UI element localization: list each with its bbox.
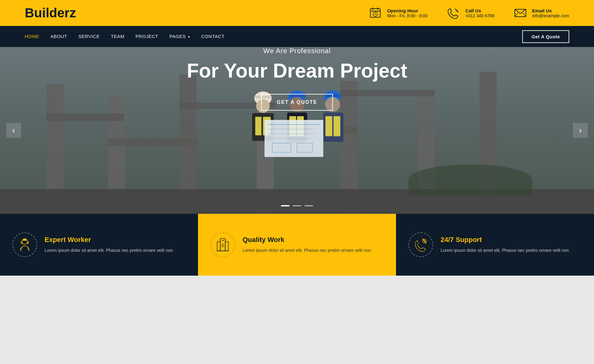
hero-cta-button[interactable]: GET A QUOTE bbox=[261, 94, 333, 111]
svg-rect-46 bbox=[222, 243, 224, 247]
email-us-text: Email Us info@example.com bbox=[532, 8, 569, 18]
svg-rect-37 bbox=[27, 242, 28, 243]
navbar: HOME ABOUT SERVICE TEAM PROJECT PAGES ▾ … bbox=[0, 26, 594, 47]
nav-get-quote-button[interactable]: Get A Quote bbox=[522, 30, 569, 43]
call-us-text: Call Us +012 345 6789 bbox=[465, 8, 494, 18]
svg-rect-43 bbox=[217, 242, 220, 251]
nav-link-service[interactable]: SERVICE bbox=[78, 34, 100, 39]
svg-rect-44 bbox=[225, 242, 228, 251]
nav-links: HOME ABOUT SERVICE TEAM PROJECT PAGES ▾ … bbox=[25, 34, 522, 39]
quality-work-icon-circle bbox=[210, 232, 235, 257]
support-text: 24/7 Support Lorem ipsum dolor sit amet … bbox=[441, 236, 569, 254]
svg-rect-27 bbox=[334, 116, 340, 136]
card-expert-worker: Expert Worker Lorem ipsum dolor sit amet… bbox=[0, 214, 198, 276]
hero-dot-1[interactable] bbox=[281, 205, 290, 206]
call-us-label: Call Us bbox=[465, 8, 494, 13]
hero-prev-button[interactable]: ‹ bbox=[6, 123, 21, 138]
bottom-cards: Expert Worker Lorem ipsum dolor sit amet… bbox=[0, 214, 594, 276]
top-bar: Builderz Opening Hour Mon - Fri, 8:00 - … bbox=[0, 0, 594, 26]
svg-rect-26 bbox=[325, 116, 332, 136]
quality-work-desc: Lorem ipsum dolor sit amet elit. Phasus … bbox=[243, 247, 371, 254]
email-us-value: info@example.com bbox=[532, 13, 569, 18]
svg-rect-14 bbox=[255, 117, 261, 135]
pages-dropdown-arrow: ▾ bbox=[188, 35, 190, 39]
opening-hour-value: Mon - Fri, 8:00 - 9:00 bbox=[387, 13, 428, 18]
email-icon bbox=[513, 6, 528, 20]
support-desc: Lorem ipsum dolor sit amet elit. Phasus … bbox=[441, 247, 569, 254]
hero-section: ‹ › We Are Professional For Your Dream P… bbox=[0, 47, 594, 214]
nav-item-home[interactable]: HOME bbox=[25, 34, 39, 39]
nav-item-team[interactable]: TEAM bbox=[111, 34, 124, 39]
nav-link-about[interactable]: ABOUT bbox=[50, 34, 67, 39]
phone-icon bbox=[446, 6, 461, 20]
hero-dot-3[interactable] bbox=[304, 205, 313, 206]
svg-rect-36 bbox=[21, 242, 22, 243]
hero-content: We Are Professional For Your Dream Proje… bbox=[0, 47, 594, 111]
top-info: Opening Hour Mon - Fri, 8:00 - 9:00 Call… bbox=[368, 6, 569, 20]
expert-worker-title: Expert Worker bbox=[45, 236, 173, 244]
opening-hour-text: Opening Hour Mon - Fri, 8:00 - 9:00 bbox=[387, 8, 428, 18]
nav-item-pages[interactable]: PAGES ▾ bbox=[169, 34, 190, 39]
call-us-value: +012 345 6789 bbox=[465, 13, 494, 18]
nav-item-service[interactable]: SERVICE bbox=[78, 34, 100, 39]
nav-link-team[interactable]: TEAM bbox=[111, 34, 124, 39]
support-title: 24/7 Support bbox=[441, 236, 569, 244]
hero-dot-2[interactable] bbox=[293, 205, 301, 206]
expert-worker-desc: Lorem ipsum dolor sit amet elit. Phasus … bbox=[45, 247, 173, 254]
opening-hour-icon bbox=[368, 6, 383, 20]
svg-line-9 bbox=[523, 13, 526, 17]
expert-worker-text: Expert Worker Lorem ipsum dolor sit amet… bbox=[45, 236, 173, 254]
hero-subtitle: We Are Professional bbox=[0, 47, 594, 55]
quality-work-title: Quality Work bbox=[243, 236, 371, 244]
opening-hour-item: Opening Hour Mon - Fri, 8:00 - 9:00 bbox=[368, 6, 428, 20]
nav-item-project[interactable]: PROJECT bbox=[136, 34, 158, 39]
hero-title: For Your Dream Project bbox=[0, 60, 594, 82]
nav-link-home[interactable]: HOME bbox=[25, 34, 39, 39]
email-us-item: Email Us info@example.com bbox=[513, 6, 569, 20]
nav-link-contact[interactable]: CONTACT bbox=[201, 34, 225, 39]
hero-next-button[interactable]: › bbox=[573, 123, 588, 138]
nav-item-about[interactable]: ABOUT bbox=[50, 34, 67, 39]
nav-link-pages[interactable]: PAGES ▾ bbox=[169, 34, 190, 39]
expert-worker-icon-circle bbox=[12, 232, 37, 257]
nav-link-project[interactable]: PROJECT bbox=[136, 34, 158, 39]
card-support: 24/7 Support Lorem ipsum dolor sit amet … bbox=[396, 214, 594, 276]
card-quality-work: Quality Work Lorem ipsum dolor sit amet … bbox=[198, 214, 396, 276]
call-us-item: Call Us +012 345 6789 bbox=[446, 6, 494, 20]
email-us-label: Email Us bbox=[532, 8, 569, 13]
support-icon-circle bbox=[408, 232, 433, 257]
opening-hour-label: Opening Hour bbox=[387, 8, 428, 13]
nav-item-contact[interactable]: CONTACT bbox=[201, 34, 225, 39]
svg-rect-39 bbox=[24, 239, 26, 239]
quality-work-text: Quality Work Lorem ipsum dolor sit amet … bbox=[243, 236, 371, 254]
hero-dots bbox=[281, 205, 313, 206]
svg-line-6 bbox=[375, 14, 376, 15]
svg-line-8 bbox=[515, 13, 518, 17]
brand-logo: Builderz bbox=[25, 6, 76, 20]
